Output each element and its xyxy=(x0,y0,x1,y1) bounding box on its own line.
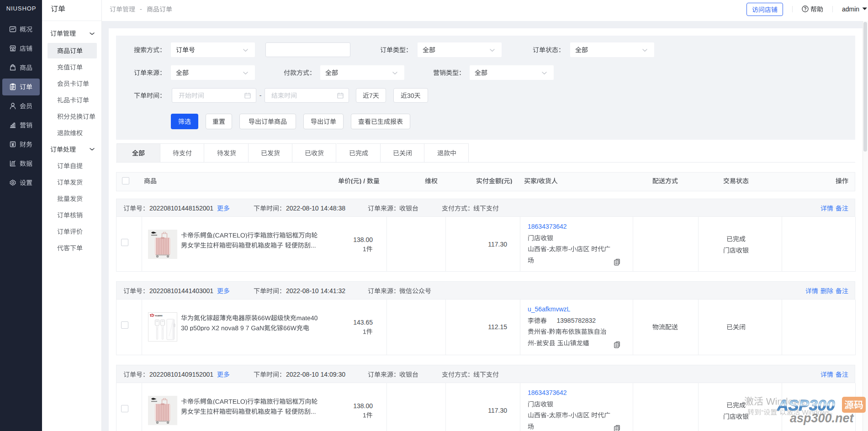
svg-text:HUAWEI: HUAWEI xyxy=(155,315,163,317)
